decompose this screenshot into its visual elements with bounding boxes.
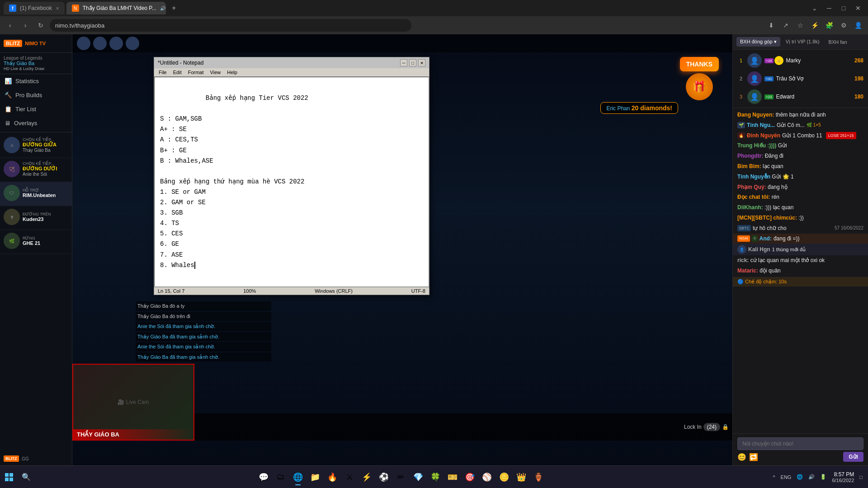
chat-emoji-icon[interactable]: 😊 bbox=[737, 453, 746, 461]
taskbar-icon-leaf[interactable]: 🍀 bbox=[427, 468, 443, 486]
taskbar-tray: ^ ENG 🌐 🔊 🔋 8:57 PM 6/16/2022 □ bbox=[767, 471, 868, 483]
taskbar-icon-fire[interactable]: 🔥 bbox=[324, 468, 340, 486]
taskbar-icon-files[interactable]: 🗂 bbox=[273, 468, 289, 486]
taskbar-icon-game2[interactable]: ⚡ bbox=[359, 468, 375, 486]
chat-user-mataric: Mataric: bbox=[737, 267, 760, 274]
diamond-amount: 20 diamonds! bbox=[632, 104, 672, 112]
tray-network[interactable]: 🌐 bbox=[795, 474, 805, 480]
tab-leaderboard[interactable]: BXH đóng góp ▾ bbox=[736, 37, 780, 47]
forward-button[interactable]: › bbox=[19, 19, 32, 32]
svg-rect-0 bbox=[5, 473, 9, 477]
tab-facebook[interactable]: f (1) Facebook ✕ bbox=[4, 2, 65, 14]
chat-msg-rick: 👤 Kali Hgn 1 thùng mới đủ bbox=[733, 244, 868, 255]
champ-card-mid[interactable]: ⚔ Chọn kế tiếp... ĐƯỜNG GIỮA Thầy Giáo B… bbox=[0, 134, 72, 158]
taskbar-icon-folder[interactable]: 📁 bbox=[307, 468, 323, 486]
notepad-menu-help[interactable]: Help bbox=[224, 69, 240, 75]
start-button[interactable] bbox=[0, 466, 18, 488]
profile-icon[interactable]: 👤 bbox=[852, 19, 864, 32]
taskbar-icon-ticket[interactable]: 🎫 bbox=[444, 468, 461, 486]
taskbar-icon-ball[interactable]: ⚾ bbox=[479, 468, 495, 486]
address-bar[interactable]: nimo.tv/thaygiaoba bbox=[50, 19, 411, 32]
tab-nimo[interactable]: N Thầy Giáo Ba LMHT Video P... 🔊 ✕ bbox=[66, 2, 166, 14]
browser-toolbar: ‹ › ↻ nimo.tv/thaygiaoba ⬇ ↗ ☆ ⚡ 🧩 ⚙ 👤 bbox=[0, 16, 868, 34]
thanks-popup: THANKS 🎁 bbox=[680, 57, 719, 100]
sidebar-item-statistics[interactable]: 📊 Statistics bbox=[0, 74, 72, 88]
notepad-menu-file[interactable]: File bbox=[156, 69, 170, 75]
back-button[interactable]: ‹ bbox=[4, 19, 16, 32]
rank-name-1: Marky bbox=[786, 57, 852, 64]
puzzle-icon[interactable]: 🧩 bbox=[823, 19, 835, 32]
taskbar-icon-nut[interactable]: 🎯 bbox=[462, 468, 478, 486]
settings-icon[interactable]: ⚙ bbox=[837, 19, 850, 32]
taskbar-icon-coin[interactable]: 🪙 bbox=[496, 468, 512, 486]
champ-card-bot[interactable]: 🏹 Chọn kế tiếp... ĐƯỜNG DƯỚI Anie the Só… bbox=[0, 158, 72, 182]
address-text: nimo.tv/thaygiaoba bbox=[55, 22, 104, 29]
taskbar-icon-pen[interactable]: ✏ bbox=[393, 468, 409, 486]
champ-label-top: ĐƯỜNG TRÊN bbox=[23, 212, 51, 216]
sidebar-item-probuilds[interactable]: 🔨 Pro Builds bbox=[0, 88, 72, 102]
slow-mode-text: 🔵 Chế độ chậm: 10s bbox=[737, 279, 787, 284]
svg-rect-3 bbox=[9, 478, 13, 481]
tray-notification[interactable]: □ bbox=[858, 474, 864, 480]
star-icon[interactable]: ☆ bbox=[794, 19, 807, 32]
champ-avatar-bot: 🏹 bbox=[4, 161, 20, 177]
taskbar-icon-game1[interactable]: ⚔ bbox=[341, 468, 358, 486]
taskbar-icon-soccer[interactable]: ⚽ bbox=[376, 468, 392, 486]
maximize-browser[interactable]: □ bbox=[837, 2, 850, 14]
tray-chevron[interactable]: ^ bbox=[771, 474, 777, 480]
tray-lang[interactable]: ENG bbox=[779, 474, 793, 480]
chat-text-chimcuc: :)) bbox=[798, 215, 803, 221]
tab-fan[interactable]: BXH fan bbox=[825, 38, 851, 47]
taskbar-icon-crown[interactable]: 👑 bbox=[513, 468, 529, 486]
taskbar-icon-jar[interactable]: 🏺 bbox=[530, 468, 547, 486]
notepad-menubar: File Edit Format View Help bbox=[154, 68, 429, 77]
tab-label-facebook: (1) Facebook bbox=[20, 5, 52, 11]
notepad-content[interactable]: Bảng xếp hạng Tier VCS 2022 S : GAM,SGB … bbox=[154, 77, 429, 287]
taskbar-icon-gem[interactable]: 💎 bbox=[410, 468, 426, 486]
champ-card-top[interactable]: 🗡 ĐƯỜNG TRÊN Kuden23 bbox=[0, 206, 72, 230]
notepad-close[interactable]: ✕ bbox=[418, 59, 425, 66]
svg-rect-1 bbox=[9, 473, 13, 477]
notepad-menu-format[interactable]: Format bbox=[185, 69, 207, 75]
chat-text-docchat: rén bbox=[772, 194, 779, 200]
minimize-browser[interactable]: ─ bbox=[823, 2, 835, 14]
tray-volume[interactable]: 🔊 bbox=[807, 474, 816, 480]
chat-send-button[interactable]: Gửi bbox=[843, 452, 863, 462]
tab-close-facebook[interactable]: ✕ bbox=[56, 6, 59, 11]
chat-msg-chimcuc: [MCN][SBTC] chimcúc: :)) bbox=[733, 213, 868, 223]
champ-card-jungle[interactable]: 🌿 RỪNG GHE 21 bbox=[0, 230, 72, 254]
blitz-logo: BLITZ bbox=[4, 40, 22, 47]
notepad-menu-view[interactable]: View bbox=[208, 69, 224, 75]
champ-label-support: HỖ TRỢ bbox=[23, 188, 56, 192]
chat-input[interactable] bbox=[737, 437, 863, 450]
chat-header: BXH đóng góp ▾ Vị trí VIP (1.8k) BXH fan bbox=[733, 34, 868, 50]
taskbar-icon-chat[interactable]: 💬 bbox=[255, 468, 272, 486]
rank-num-2: 2 bbox=[737, 76, 745, 81]
tab-vip[interactable]: Vị trí VIP (1.8k) bbox=[782, 37, 823, 47]
chat-slow-mode: 🔵 Chế độ chậm: 10s bbox=[733, 277, 868, 286]
tab-list-button[interactable]: ⌄ bbox=[808, 2, 821, 14]
chat-gift-icon[interactable]: 🔁 bbox=[749, 453, 758, 461]
download-icon[interactable]: ⬇ bbox=[765, 19, 778, 32]
overlays-icon: 🖥 bbox=[5, 120, 10, 127]
sidebar-item-overlays[interactable]: 🖥 Overlays bbox=[0, 116, 72, 130]
new-tab-button[interactable]: + bbox=[168, 2, 180, 14]
taskbar-search-button[interactable]: 🔍 bbox=[18, 466, 34, 488]
notepad-minimize[interactable]: ─ bbox=[400, 59, 407, 66]
share-icon[interactable]: ↗ bbox=[779, 19, 792, 32]
champ-card-support[interactable]: 🛡 HỖ TRỢ RIM.Unbeaten bbox=[0, 182, 72, 206]
rank-num-3: 3 bbox=[737, 94, 745, 99]
sidebar-item-tierlist[interactable]: 📋 Tier List bbox=[0, 102, 72, 116]
tab-favicon-nimo: N bbox=[72, 5, 79, 12]
blitz-ext-icon[interactable]: ⚡ bbox=[808, 19, 821, 32]
chat-user-docchat: Đọc chat tôi: bbox=[737, 194, 772, 200]
taskbar-icon-edge[interactable]: 🌐 bbox=[290, 468, 306, 486]
chat-msg-trunghieu: Trung Hiếu :)))) Gửi bbox=[733, 141, 868, 151]
notepad-menu-edit[interactable]: Edit bbox=[170, 69, 184, 75]
tray-battery[interactable]: 🔋 bbox=[818, 474, 828, 480]
notepad-maximize[interactable]: □ bbox=[409, 59, 416, 66]
close-browser[interactable]: ✕ bbox=[852, 2, 864, 14]
reload-button[interactable]: ↻ bbox=[34, 19, 47, 32]
taskbar-clock[interactable]: 8:57 PM 6/16/2022 bbox=[830, 471, 856, 483]
time-display: 8:57 PM bbox=[832, 471, 854, 478]
